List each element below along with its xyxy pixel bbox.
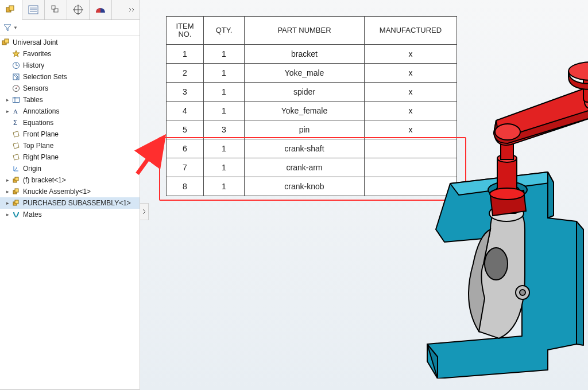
bom-cell[interactable]: 1 <box>204 177 245 196</box>
bom-cell[interactable]: Yoke_male <box>245 64 365 83</box>
bom-header-mfg[interactable]: MANUFACTURED <box>365 17 457 45</box>
bom-cell[interactable]: 5 <box>167 120 204 139</box>
svg-line-30 <box>137 141 161 174</box>
tree-item[interactable]: Front Plane <box>0 128 140 140</box>
tree-item-label: PURCHASED SUBASSEMBLY<1> <box>23 199 131 207</box>
funnel-icon <box>3 24 11 32</box>
tree-item[interactable]: ▸Knuckle Assembly<1> <box>0 186 140 197</box>
tree-item-label: Front Plane <box>23 130 59 138</box>
tree-item-icon <box>11 95 21 104</box>
tab-feature-manager[interactable] <box>0 0 22 20</box>
bom-header-qty[interactable]: QTY. <box>204 17 245 45</box>
bom-cell[interactable]: 3 <box>204 120 245 139</box>
bom-cell[interactable]: 1 <box>204 158 245 177</box>
bom-cell[interactable]: spider <box>245 83 365 102</box>
tree-item[interactable]: Favorites <box>0 48 140 60</box>
tree-item-icon <box>11 84 21 93</box>
tab-configuration-manager[interactable] <box>45 0 67 20</box>
tree-item[interactable]: ▸AAnnotations <box>0 106 140 117</box>
expand-icon[interactable]: ▸ <box>5 212 10 217</box>
expand-icon[interactable]: ▸ <box>5 200 10 206</box>
tree-item[interactable]: ▸(f) bracket<1> <box>0 174 140 186</box>
app-root: ▼ Universal Joint FavoritesHistorySelect… <box>0 0 588 390</box>
graphics-viewport[interactable]: ITEM NO. QTY. PART NUMBER MANUFACTURED 1… <box>140 0 588 390</box>
expand-icon[interactable]: ▸ <box>5 177 10 183</box>
bom-cell[interactable]: 1 <box>204 45 245 64</box>
bom-cell[interactable]: crank-shaft <box>245 139 365 158</box>
tree-item-label: History <box>23 61 44 69</box>
tree-item-label: Right Plane <box>23 153 59 161</box>
bom-header-pn[interactable]: PART NUMBER <box>245 17 365 45</box>
svg-point-35 <box>520 290 525 295</box>
appearance-icon <box>95 4 106 15</box>
dropdown-icon: ▼ <box>13 25 18 30</box>
assembly-icon <box>5 4 17 15</box>
tree-item[interactable]: ▸Tables <box>0 94 140 106</box>
bom-cell[interactable]: 4 <box>167 102 204 120</box>
tab-dimxpert[interactable] <box>67 0 90 20</box>
tree-item-icon <box>11 153 21 162</box>
tree-item[interactable]: ▸Mates <box>0 209 140 220</box>
tree-item-label: Origin <box>23 165 41 173</box>
svg-rect-14 <box>5 39 9 43</box>
tree-item-label: (f) bracket<1> <box>23 176 66 184</box>
tree-item[interactable]: History <box>0 60 140 71</box>
tree-item-icon <box>11 176 21 185</box>
tab-property-manager[interactable] <box>22 0 45 20</box>
bom-cell[interactable]: 8 <box>167 177 204 196</box>
bom-cell[interactable]: 1 <box>204 139 245 158</box>
tree-item[interactable]: Origin <box>0 163 140 174</box>
tree-item-label: Annotations <box>23 107 59 115</box>
tabs-overflow[interactable] <box>123 6 140 14</box>
tree-item[interactable]: Right Plane <box>0 151 140 163</box>
tree-item-label: Mates <box>23 210 42 219</box>
tree-item[interactable]: ΣEquations <box>0 117 140 128</box>
tree-item[interactable]: Selection Sets <box>0 71 140 83</box>
tree-item-label: Selection Sets <box>23 73 67 81</box>
list-icon <box>28 4 39 15</box>
panel-flyout-toggle[interactable] <box>140 203 149 220</box>
bom-cell[interactable]: pin <box>245 120 365 139</box>
bom-cell[interactable]: 1 <box>204 83 245 102</box>
svg-rect-27 <box>15 189 18 192</box>
bom-cell[interactable]: 1 <box>167 45 204 64</box>
svg-rect-29 <box>15 200 18 204</box>
bom-cell[interactable]: 1 <box>204 64 245 83</box>
svg-text:Σ: Σ <box>13 119 17 127</box>
tab-display-manager[interactable] <box>90 0 112 20</box>
bom-header-item[interactable]: ITEM NO. <box>167 17 204 45</box>
assembly-icon <box>1 38 10 47</box>
bom-cell[interactable]: Yoke_female <box>245 102 365 120</box>
svg-text:A: A <box>13 108 18 115</box>
tree-root[interactable]: Universal Joint <box>0 37 140 48</box>
config-icon <box>50 4 61 15</box>
tree-item-icon <box>11 210 21 219</box>
expand-icon[interactable]: ▸ <box>5 108 10 114</box>
tree-item-label: Tables <box>23 96 43 104</box>
bom-cell[interactable]: 6 <box>167 139 204 158</box>
bom-cell[interactable]: crank-knob <box>245 177 365 196</box>
feature-tree[interactable]: Universal Joint FavoritesHistorySelectio… <box>0 36 140 390</box>
tree-item-icon <box>11 141 21 150</box>
svg-point-18 <box>16 88 17 89</box>
tree-item-icon <box>11 49 21 58</box>
tree-item[interactable]: ▸PURCHASED SUBASSEMBLY<1> <box>0 197 140 209</box>
bom-cell[interactable]: 2 <box>167 64 204 83</box>
svg-point-39 <box>490 188 524 200</box>
svg-rect-25 <box>15 177 18 181</box>
bom-cell[interactable]: crank-arm <box>245 158 365 177</box>
expand-icon[interactable]: ▸ <box>5 189 10 194</box>
expand-icon[interactable]: ▸ <box>5 97 10 103</box>
tree-item[interactable]: Sensors <box>0 83 140 94</box>
bom-cell[interactable]: bracket <box>245 45 365 64</box>
tree-item[interactable]: Top Plane <box>0 140 140 151</box>
tree-item-icon <box>11 187 21 196</box>
bom-cell[interactable]: 3 <box>167 83 204 102</box>
svg-rect-1 <box>9 6 14 10</box>
tree-item-icon <box>11 130 21 139</box>
bom-cell[interactable]: 1 <box>204 102 245 120</box>
tree-item-label: Knuckle Assembly<1> <box>23 188 91 196</box>
tree-item-icon <box>11 72 21 81</box>
filter-bar[interactable]: ▼ <box>0 20 140 36</box>
bom-cell[interactable]: 7 <box>167 158 204 177</box>
